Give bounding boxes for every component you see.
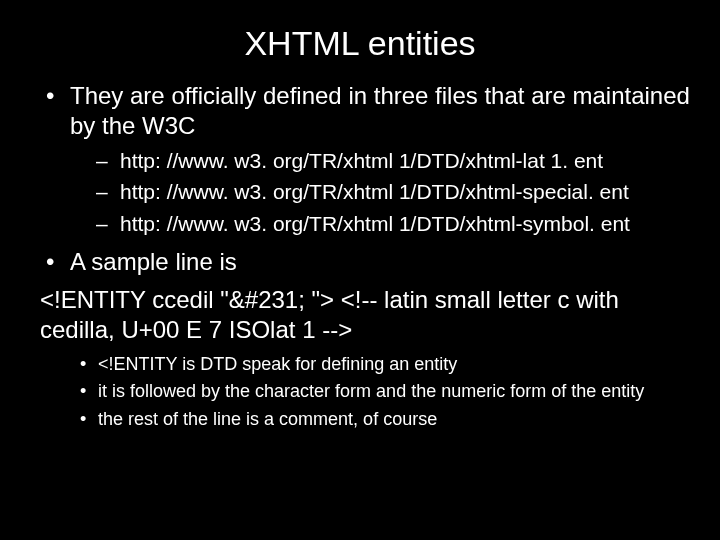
url-item: http: //www. w3. org/TR/xhtml 1/DTD/xhtm… xyxy=(96,178,690,205)
url-list: http: //www. w3. org/TR/xhtml 1/DTD/xhtm… xyxy=(70,147,690,237)
explain-list: <!ENTITY is DTD speak for defining an en… xyxy=(40,353,690,431)
entity-code: <!ENTITY ccedil "&#231; "> <!-- latin sm… xyxy=(40,286,619,343)
url-item: http: //www. w3. org/TR/xhtml 1/DTD/xhtm… xyxy=(96,147,690,174)
explain-item: the rest of the line is a comment, of co… xyxy=(80,408,690,431)
code-line: <!ENTITY ccedil "&#231; "> <!-- latin sm… xyxy=(40,285,690,431)
slide-title: XHTML entities xyxy=(30,24,690,63)
bullet-item: They are officially defined in three fil… xyxy=(40,81,690,237)
explain-item: <!ENTITY is DTD speak for defining an en… xyxy=(80,353,690,376)
bullet-item: A sample line is xyxy=(40,247,690,277)
bullet-text: A sample line is xyxy=(70,248,237,275)
bullet-list: They are officially defined in three fil… xyxy=(30,81,690,430)
url-item: http: //www. w3. org/TR/xhtml 1/DTD/xhtm… xyxy=(96,210,690,237)
slide: XHTML entities They are officially defin… xyxy=(0,0,720,540)
bullet-text: They are officially defined in three fil… xyxy=(70,82,690,139)
explain-item: it is followed by the character form and… xyxy=(80,380,690,403)
